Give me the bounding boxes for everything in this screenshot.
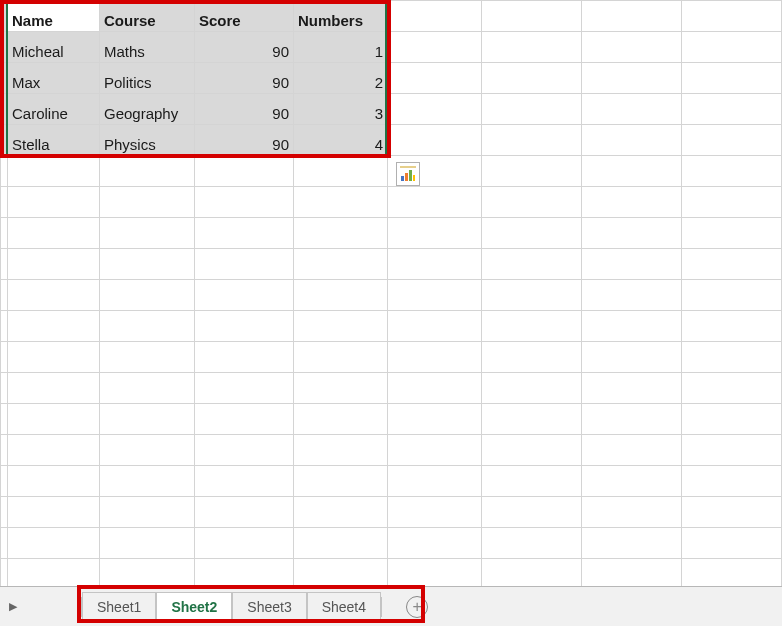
cell-D4[interactable]: 3 bbox=[294, 94, 388, 125]
tab-sheet2[interactable]: Sheet2 bbox=[156, 592, 232, 621]
cell-A2[interactable]: Micheal bbox=[8, 32, 100, 63]
cell-B4[interactable]: Geography bbox=[100, 94, 195, 125]
cell-D1[interactable]: Numbers bbox=[294, 1, 388, 32]
cell-A3[interactable]: Max bbox=[8, 63, 100, 94]
add-sheet-button[interactable]: + bbox=[406, 596, 428, 618]
svg-rect-1 bbox=[405, 173, 408, 181]
plus-icon: + bbox=[412, 599, 421, 615]
cell-B3[interactable]: Politics bbox=[100, 63, 195, 94]
cell-D5[interactable]: 4 bbox=[294, 125, 388, 156]
cell-B2[interactable]: Maths bbox=[100, 32, 195, 63]
svg-rect-0 bbox=[401, 176, 404, 181]
sheet-tab-bar: ▶ Sheet1 Sheet2 Sheet3 Sheet4 + bbox=[0, 586, 782, 626]
tab-scroll-right-icon[interactable]: ▶ bbox=[0, 600, 26, 613]
cell-B5[interactable]: Physics bbox=[100, 125, 195, 156]
svg-rect-3 bbox=[413, 175, 415, 181]
tab-sheet3[interactable]: Sheet3 bbox=[232, 592, 306, 621]
cell-C5[interactable]: 90 bbox=[195, 125, 294, 156]
cell-D3[interactable]: 2 bbox=[294, 63, 388, 94]
cell-A4[interactable]: Caroline bbox=[8, 94, 100, 125]
tab-sheet1[interactable]: Sheet1 bbox=[82, 592, 156, 621]
cell-C4[interactable]: 90 bbox=[195, 94, 294, 125]
cell-C2[interactable]: 90 bbox=[195, 32, 294, 63]
quick-analysis-icon bbox=[400, 166, 416, 182]
cell-C3[interactable]: 90 bbox=[195, 63, 294, 94]
cell-E1[interactable] bbox=[388, 1, 482, 32]
svg-rect-2 bbox=[409, 170, 412, 181]
spreadsheet-grid[interactable]: Name Course Score Numbers Micheal Maths … bbox=[0, 0, 782, 586]
cell-D2[interactable]: 1 bbox=[294, 32, 388, 63]
quick-analysis-button[interactable] bbox=[396, 162, 420, 186]
cell-A1[interactable]: Name bbox=[8, 1, 100, 32]
svg-rect-4 bbox=[400, 166, 416, 168]
tab-sheet4[interactable]: Sheet4 bbox=[307, 592, 381, 621]
cell-B1[interactable]: Course bbox=[100, 1, 195, 32]
cell-A5[interactable]: Stella bbox=[8, 125, 100, 156]
tab-strip: Sheet1 Sheet2 Sheet3 Sheet4 + bbox=[81, 587, 428, 626]
cell-C1[interactable]: Score bbox=[195, 1, 294, 32]
